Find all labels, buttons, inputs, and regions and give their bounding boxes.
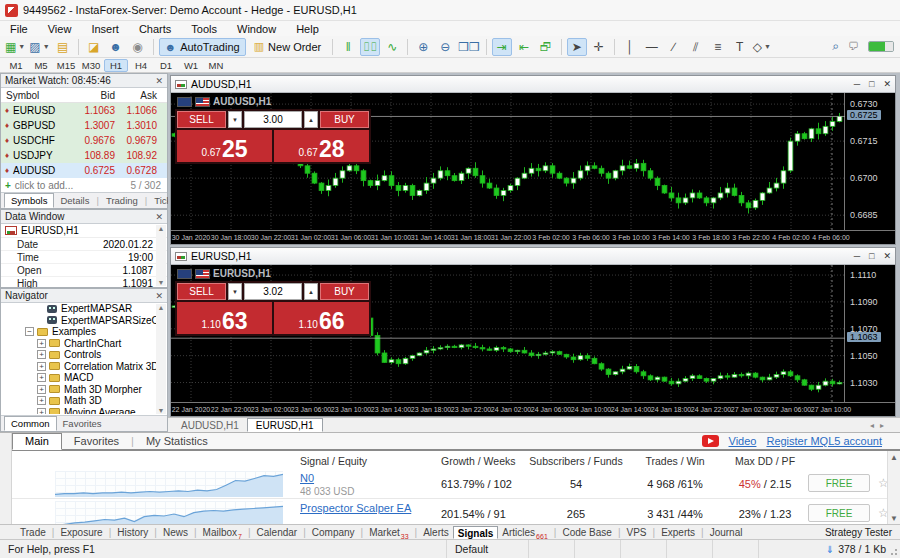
table-row-selected[interactable]: ♦AUDUSD 0.6725 0.6728 <box>1 163 167 178</box>
buy-price[interactable]: 0.6728 <box>274 130 369 162</box>
bar-chart-icon[interactable]: ǁ <box>338 38 358 56</box>
candlestick-chart-icon[interactable]: ⌷⌷ <box>360 38 380 56</box>
tab-mailbox[interactable]: Mailbox7 <box>199 526 246 539</box>
tf-m5[interactable]: M5 <box>29 59 53 72</box>
scrollbar[interactable]: ▲▼ <box>156 304 166 414</box>
tree-item[interactable]: +MACD <box>1 372 156 384</box>
scroll-up-icon[interactable]: ▲ <box>890 453 898 462</box>
video-link[interactable]: Video <box>729 435 757 447</box>
menu-file[interactable]: File <box>0 23 38 35</box>
signal-row[interactable]: Prospector Scalper EA 201.54% / 91 265 3… <box>12 499 887 525</box>
expand-icon[interactable]: + <box>37 350 46 359</box>
tab-scroll-arrows[interactable]: ◂▸ <box>870 421 900 430</box>
tab-details[interactable]: Details <box>54 194 95 207</box>
tab-code-base[interactable]: Code Base <box>558 526 615 539</box>
tf-h4[interactable]: H4 <box>129 59 153 72</box>
sell-button[interactable]: SELL <box>177 111 226 128</box>
chart-tab-audusd[interactable]: AUDUSD,H1 <box>173 418 247 432</box>
volume-increase-button[interactable]: ▲ <box>304 111 318 128</box>
tab-signals[interactable]: Signals <box>453 526 499 539</box>
volume-decrease-button[interactable]: ▼ <box>228 283 242 300</box>
scrollbar[interactable]: ▲▼ <box>156 225 166 286</box>
search-icon[interactable]: ⌕ <box>832 39 839 53</box>
close-icon[interactable]: ✕ <box>155 291 163 301</box>
tab-favorites[interactable]: Favorites <box>62 433 131 450</box>
shapes-icon[interactable]: ◇▼ <box>752 38 772 56</box>
tab-trade[interactable]: Trade <box>16 526 50 539</box>
crosshair-icon[interactable]: ✛ <box>589 38 609 56</box>
expand-icon[interactable]: + <box>37 339 46 348</box>
signal-name-link[interactable]: Prospector Scalper EA <box>300 502 411 514</box>
tf-d1[interactable]: D1 <box>154 59 178 72</box>
free-button[interactable]: FREE <box>808 474 870 492</box>
click-to-add-row[interactable]: + click to add... 5 / 302 <box>1 178 167 193</box>
strategy-tester-label[interactable]: Strategy Tester <box>825 527 900 538</box>
expand-icon[interactable]: + <box>37 373 46 382</box>
favorite-star-icon[interactable]: ☆ <box>878 506 887 520</box>
tab-main[interactable]: Main <box>12 433 62 450</box>
maximize-icon[interactable]: □ <box>869 251 874 261</box>
tree-item[interactable]: +Moving Average <box>1 407 156 415</box>
tab-articles[interactable]: Articles661 <box>498 526 551 539</box>
tab-company[interactable]: Company <box>308 526 359 539</box>
menu-view[interactable]: View <box>38 23 82 35</box>
menu-insert[interactable]: Insert <box>81 23 129 35</box>
tf-m30[interactable]: M30 <box>79 59 103 72</box>
tab-favorites[interactable]: Favorites <box>57 417 108 430</box>
expand-icon[interactable]: + <box>37 362 46 371</box>
scroll-up-icon[interactable]: ▲ <box>158 304 165 311</box>
tree-item[interactable]: +Correlation Matrix 3D <box>1 361 156 373</box>
tab-common[interactable]: Common <box>4 416 57 431</box>
chart-window-titlebar[interactable]: AUDUSD,H1 ─ □ ✕ <box>171 76 895 93</box>
menu-window[interactable]: Window <box>227 23 286 35</box>
close-icon[interactable]: ✕ <box>883 79 891 89</box>
close-icon[interactable]: ✕ <box>155 76 163 86</box>
buy-button[interactable]: BUY <box>320 283 369 300</box>
vertical-line-icon[interactable]: │ <box>620 38 640 56</box>
table-row[interactable]: ♦EURUSD 1.1063 1.1066 <box>1 103 167 118</box>
title-bar[interactable]: 9449562 - InstaForex-Server: Demo Accoun… <box>0 0 900 21</box>
expand-icon[interactable]: + <box>37 408 46 414</box>
scrollbar[interactable]: ▲ ▼ <box>887 451 900 525</box>
scroll-up-icon[interactable]: ▲ <box>158 225 165 232</box>
volume-field[interactable]: 3.02 <box>244 283 302 300</box>
tree-item[interactable]: +Controls <box>1 349 156 361</box>
table-row[interactable]: ♦USDJPY 108.89 108.92 <box>1 148 167 163</box>
scroll-down-icon[interactable]: ▼ <box>158 279 165 286</box>
buy-price[interactable]: 1.1066 <box>274 302 369 334</box>
tf-m15[interactable]: M15 <box>54 59 78 72</box>
tab-my-statistics[interactable]: My Statistics <box>134 433 220 450</box>
scroll-down-icon[interactable]: ▼ <box>890 514 898 523</box>
close-icon[interactable]: ✕ <box>155 212 163 222</box>
close-icon[interactable]: ✕ <box>883 251 891 261</box>
menu-charts[interactable]: Charts <box>129 23 181 35</box>
expand-icon[interactable]: + <box>37 385 46 394</box>
signal-name-link[interactable]: N0 <box>300 472 314 484</box>
profiles-icon[interactable]: ▨▼ <box>28 38 50 56</box>
tab-exposure[interactable]: Exposure <box>56 526 106 539</box>
autotrading-button[interactable]: ☻ AutoTrading <box>159 38 246 56</box>
fibonacci-icon[interactable]: ≡ <box>708 38 728 56</box>
tree-item[interactable]: +ChartInChart <box>1 338 156 350</box>
table-row[interactable]: ♦GBPUSD 1.3007 1.3010 <box>1 118 167 133</box>
tree-item[interactable]: ExpertMAPSARSizeOptim <box>1 315 156 327</box>
horizontal-line-icon[interactable]: — <box>642 38 662 56</box>
sell-button[interactable]: SELL <box>177 283 226 300</box>
tab-journal[interactable]: Journal <box>706 526 747 539</box>
chart-shift-icon[interactable]: ⇤ <box>514 38 534 56</box>
channel-icon[interactable]: ⫽ <box>686 38 706 56</box>
register-mql5-link[interactable]: Register MQL5 account <box>766 435 882 447</box>
tf-w1[interactable]: W1 <box>179 59 203 72</box>
scroll-down-icon[interactable]: ▼ <box>158 407 165 414</box>
cursor-icon[interactable]: ➤ <box>567 38 587 56</box>
tab-trading[interactable]: Trading <box>100 194 144 207</box>
resize-grip[interactable] <box>890 548 898 556</box>
tree-item[interactable]: ExpertMAPSAR <box>1 303 156 315</box>
menu-tools[interactable]: Tools <box>181 23 227 35</box>
chat-icon[interactable]: 🗩 <box>848 40 859 52</box>
tree-item[interactable]: −Examples <box>1 326 156 338</box>
community-user-icon[interactable]: ☻ <box>106 38 126 56</box>
tree-item[interactable]: +Math 3D <box>1 395 156 407</box>
volume-increase-button[interactable]: ▲ <box>304 283 318 300</box>
line-chart-icon[interactable]: ∿ <box>382 38 402 56</box>
